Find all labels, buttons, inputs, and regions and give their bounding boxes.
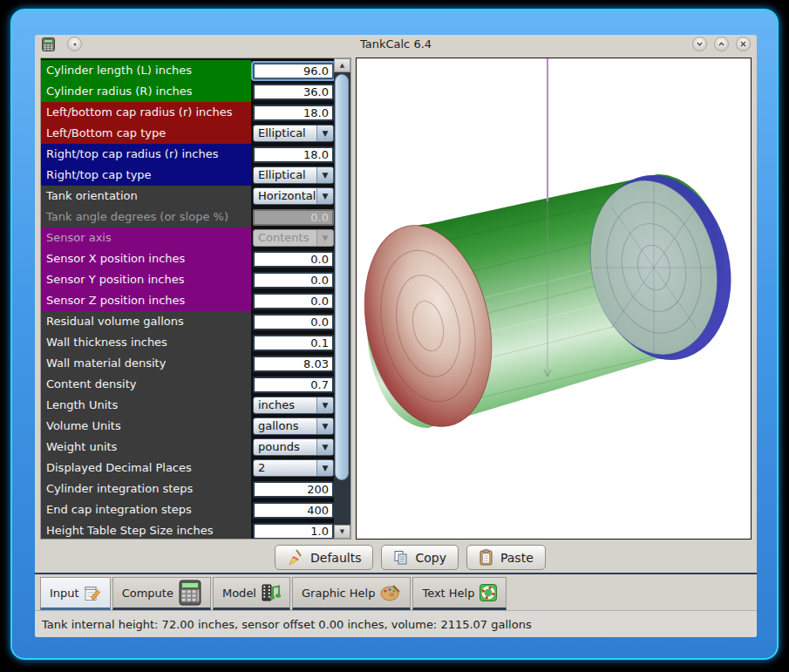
decimal-places-value: 2 — [254, 460, 316, 476]
weight-units-select[interactable]: pounds▼ — [253, 438, 334, 456]
scroll-down-button[interactable]: ▼ — [334, 525, 350, 539]
chevron-down-icon: ▼ — [316, 188, 333, 204]
form-row-cylinder-length: Cylinder length (L) inches — [41, 60, 334, 81]
status-text: Tank internal height: 72.00 inches, sens… — [42, 618, 532, 631]
sensor-x-label: Sensor X position inches — [41, 248, 251, 269]
scrollbar-thumb[interactable] — [335, 74, 349, 480]
copy-button[interactable]: Copy — [381, 545, 459, 570]
action-button-row: Defaults Copy Paste — [275, 545, 546, 570]
paste-button-label: Paste — [500, 551, 534, 565]
wall-density-label: Wall material density — [41, 353, 251, 374]
residual-volume-label: Residual volume gallons — [41, 311, 251, 332]
status-bar: Tank internal height: 72.00 inches, sens… — [35, 610, 757, 637]
tab-text-help-label: Text Help — [422, 587, 474, 600]
cylinder-length-label: Cylinder length (L) inches — [41, 60, 251, 81]
weight-units-value: pounds — [254, 439, 316, 455]
form-row-left-cap-radius: Left/bottom cap radius (r) inches — [41, 102, 334, 123]
height-step-input[interactable] — [253, 523, 334, 540]
cylinder-length-input[interactable] — [253, 63, 334, 79]
form-row-residual-volume: Residual volume gallons — [41, 311, 334, 332]
input-form-panel: Cylinder length (L) inchesCylinder radiu… — [40, 58, 351, 540]
scroll-up-button[interactable]: ▲ — [334, 58, 350, 72]
residual-volume-input[interactable] — [253, 314, 334, 330]
triangle-down-icon: ▼ — [340, 528, 344, 535]
form-row-content-density: Content density — [41, 374, 334, 395]
cylinder-steps-label: Cylinder integration steps — [41, 479, 251, 499]
volume-units-select[interactable]: gallons▼ — [253, 417, 334, 435]
wall-thickness-label: Wall thickness inches — [41, 332, 251, 353]
tab-text-help[interactable]: Text Help — [412, 577, 507, 610]
content-density-input[interactable] — [253, 377, 334, 393]
tab-input[interactable]: Input — [40, 577, 111, 610]
tank-orientation-label: Tank orientation — [41, 186, 251, 207]
left-cap-radius-input[interactable] — [253, 105, 334, 121]
tank-orientation-select[interactable]: Horizontal▼ — [253, 187, 334, 205]
form-row-cylinder-radius: Cylinder radius (R) inches — [41, 81, 334, 102]
tank-render — [357, 58, 751, 539]
chevron-down-icon: ▼ — [316, 126, 333, 141]
screen: TankCalc 6.4 Cylinder length (L) inchesC… — [0, 0, 789, 672]
tank-angle-label: Tank angle degrees (or slope %) — [41, 207, 251, 227]
endcap-steps-input[interactable] — [253, 502, 334, 519]
form-row-tank-angle: Tank angle degrees (or slope %) — [41, 207, 334, 227]
tab-compute[interactable]: Compute — [112, 577, 211, 610]
copy-icon — [393, 550, 409, 566]
form-scrollbar[interactable]: ▲ ▼ — [334, 58, 350, 539]
life-ring-icon — [480, 584, 497, 601]
maximize-button[interactable] — [714, 37, 729, 51]
right-cap-radius-label: Right/top cap radius (r) inches — [41, 144, 251, 165]
broom-icon — [287, 549, 304, 567]
tab-graphic-help[interactable]: Graphic Help — [292, 577, 411, 610]
cylinder-steps-input[interactable] — [253, 481, 334, 498]
cylinder-radius-label: Cylinder radius (R) inches — [41, 81, 251, 102]
form-row-height-step: Height Table Step Size inches — [41, 520, 334, 540]
form-row-length-units: Length Unitsinches▼ — [41, 395, 334, 416]
decimal-places-select[interactable]: 2▼ — [253, 459, 334, 477]
left-cap-radius-label: Left/bottom cap radius (r) inches — [41, 102, 251, 123]
form-row-decimal-places: Displayed Decimal Places2▼ — [41, 458, 334, 479]
close-button[interactable] — [736, 37, 751, 51]
form-row-endcap-steps: End cap integration steps — [41, 499, 334, 520]
right-cap-type-value: Elliptical — [254, 167, 316, 183]
tab-input-label: Input — [50, 587, 79, 600]
tank-orientation-value: Horizontal — [254, 188, 316, 204]
wall-density-input[interactable] — [253, 356, 334, 372]
content-density-label: Content density — [41, 374, 251, 395]
form-row-wall-density: Wall material density — [41, 353, 334, 374]
volume-units-value: gallons — [254, 418, 316, 434]
form-row-volume-units: Volume Unitsgallons▼ — [41, 416, 334, 437]
right-cap-type-select[interactable]: Elliptical▼ — [253, 166, 334, 184]
minimize-button[interactable] — [692, 37, 707, 51]
defaults-button[interactable]: Defaults — [275, 545, 373, 570]
close-icon — [738, 39, 748, 49]
chevron-down-icon: ▼ — [316, 167, 333, 183]
form-row-tank-orientation: Tank orientationHorizontal▼ — [41, 186, 334, 207]
left-cap-type-select[interactable]: Elliptical▼ — [253, 125, 334, 142]
form-row-right-cap-type: Right/top cap typeElliptical▼ — [41, 165, 334, 186]
volume-units-label: Volume Units — [41, 416, 251, 437]
defaults-button-label: Defaults — [310, 551, 361, 565]
endcap-steps-label: End cap integration steps — [41, 499, 251, 520]
length-units-select[interactable]: inches▼ — [253, 397, 334, 414]
sensor-y-input[interactable] — [253, 272, 334, 288]
tank-3d-view[interactable] — [356, 58, 752, 540]
form-rows: Cylinder length (L) inchesCylinder radiu… — [41, 60, 334, 540]
palette-icon — [380, 584, 401, 601]
cylinder-radius-input[interactable] — [253, 84, 334, 100]
paste-button[interactable]: Paste — [466, 545, 546, 570]
right-cap-radius-input[interactable] — [253, 146, 334, 163]
calculator-icon — [179, 580, 201, 606]
tab-graphic-help-label: Graphic Help — [302, 587, 375, 600]
tab-model-label: Model — [222, 587, 256, 600]
left-cap-type-label: Left/Bottom cap type — [41, 123, 251, 144]
sensor-x-input[interactable] — [253, 251, 334, 268]
decimal-places-label: Displayed Decimal Places — [41, 458, 251, 479]
wall-thickness-input[interactable] — [253, 335, 334, 351]
tab-model[interactable]: Model — [213, 577, 290, 610]
length-units-value: inches — [254, 397, 316, 413]
sensor-z-input[interactable] — [253, 293, 334, 309]
sensor-z-label: Sensor Z position inches — [41, 290, 251, 311]
app-window: TankCalc 6.4 Cylinder length (L) inchesC… — [35, 35, 757, 637]
form-row-sensor-y: Sensor Y position inches — [41, 269, 334, 290]
sensor-axis-label: Sensor axis — [41, 227, 251, 248]
